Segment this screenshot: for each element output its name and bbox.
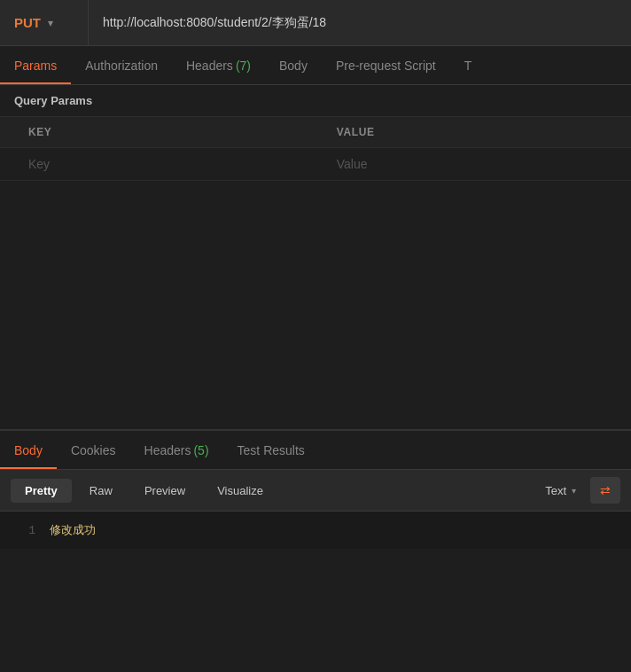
tab-headers[interactable]: Headers(7) [172,46,265,84]
tab-tests[interactable]: T [450,46,487,84]
tab-pre-request-script[interactable]: Pre-request Script [322,46,450,84]
params-empty-area [0,181,631,411]
query-params-header: Query Params [0,85,631,117]
response-tab-headers[interactable]: Headers(5) [130,431,223,469]
response-tab-cookies[interactable]: Cookies [57,431,130,469]
format-raw-button[interactable]: Raw [75,479,127,503]
checkbox-col-header [0,117,14,148]
response-headers-badge: (5) [193,443,208,457]
code-line-1: 1修改成功 [14,522,617,538]
tab-body[interactable]: Body [265,46,322,84]
row-key-cell[interactable]: Key [14,148,323,181]
url-bar: PUT ▾ [0,0,631,46]
key-col-header: KEY [14,117,323,148]
value-placeholder: Value [337,157,368,171]
code-output-area: 1修改成功 [0,512,631,549]
url-input[interactable] [89,16,631,30]
row-checkbox-cell [0,148,14,181]
response-tab-bar: Body Cookies Headers(5) Test Results [0,431,631,470]
table-row: Key Value [0,148,631,181]
params-table: KEY VALUE Key Value [0,117,631,181]
headers-badge: (7) [236,59,251,73]
response-section: Body Cookies Headers(5) Test Results Pre… [0,430,631,549]
response-tab-body[interactable]: Body [0,431,57,469]
method-label: PUT [14,15,41,30]
tab-authorization[interactable]: Authorization [71,46,172,84]
response-tab-test-results[interactable]: Test Results [223,431,319,469]
text-type-selector[interactable]: Text ▾ [534,479,587,503]
format-bar: Pretty Raw Preview Visualize Text ▾ ⇄ [0,470,631,512]
code-text-1: 修改成功 [50,524,96,537]
method-chevron-icon: ▾ [48,17,53,29]
row-value-cell[interactable]: Value [323,148,631,181]
line-number-1: 1 [14,524,35,537]
format-visualize-button[interactable]: Visualize [203,479,277,503]
tab-params[interactable]: Params [0,46,71,84]
method-selector[interactable]: PUT ▾ [0,0,89,45]
text-selector-chevron-icon: ▾ [572,486,576,496]
format-preview-button[interactable]: Preview [130,479,199,503]
word-wrap-button[interactable]: ⇄ [590,477,620,504]
wrap-icon: ⇄ [600,483,611,497]
top-tab-bar: Params Authorization Headers(7) Body Pre… [0,46,631,85]
key-placeholder: Key [28,157,50,171]
format-pretty-button[interactable]: Pretty [11,479,72,503]
value-col-header: VALUE [323,117,631,148]
